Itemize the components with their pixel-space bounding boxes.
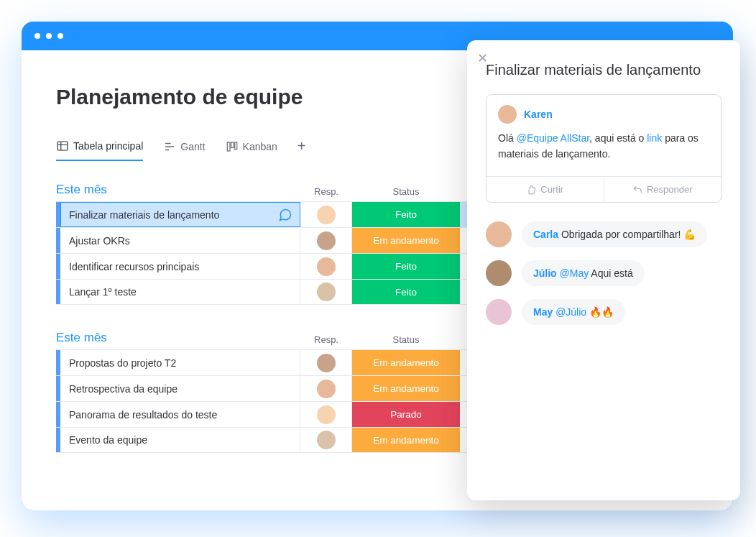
column-header-status[interactable]: Status bbox=[352, 334, 460, 345]
column-header-resp[interactable]: Resp. bbox=[300, 334, 352, 345]
add-view-button[interactable]: + bbox=[298, 138, 306, 162]
comment-text: , aqui está o bbox=[589, 132, 647, 144]
avatar bbox=[317, 257, 336, 276]
group-title[interactable]: Este mês bbox=[56, 183, 300, 197]
item-detail-panel: ✕ Finalizar materiais de lançamento Kare… bbox=[467, 40, 740, 500]
assignee-cell[interactable] bbox=[300, 280, 352, 304]
reply-text: Aqui está bbox=[589, 267, 633, 279]
tab-label: Tabela principal bbox=[73, 140, 143, 152]
reply-label: Responder bbox=[647, 184, 693, 195]
column-header-resp[interactable]: Resp. bbox=[300, 186, 352, 197]
status-cell[interactable]: Feito bbox=[352, 280, 460, 304]
task-name-cell[interactable]: Retrospectiva da equipe bbox=[60, 376, 300, 401]
link[interactable]: link bbox=[647, 132, 662, 144]
avatar bbox=[498, 105, 517, 124]
reply-bubble[interactable]: May @Júlio 🔥🔥 bbox=[522, 299, 625, 325]
comment-author: Karen bbox=[524, 109, 553, 120]
svg-rect-8 bbox=[234, 142, 236, 150]
reply-bubble[interactable]: Júlio @May Aqui está bbox=[522, 260, 645, 286]
status-cell[interactable]: Feito bbox=[352, 254, 460, 279]
assignee-cell[interactable] bbox=[300, 350, 352, 375]
comment-text: Olá bbox=[498, 132, 517, 144]
window-dot bbox=[34, 33, 40, 39]
assignee-cell[interactable] bbox=[300, 254, 352, 279]
avatar bbox=[317, 354, 336, 372]
task-name-cell[interactable]: Panorama de resultados do teste bbox=[60, 402, 300, 427]
svg-rect-6 bbox=[227, 142, 230, 151]
window-dot bbox=[46, 33, 52, 39]
panel-title: Finalizar materiais de lançamento bbox=[486, 62, 722, 78]
task-name-cell[interactable]: Ajustar OKRs bbox=[60, 228, 300, 253]
table-icon bbox=[56, 139, 69, 152]
window-dot bbox=[57, 33, 63, 39]
reply-button[interactable]: Responder bbox=[604, 177, 722, 202]
avatar bbox=[317, 231, 336, 250]
kanban-icon bbox=[226, 140, 239, 153]
task-name-cell[interactable]: Lançar 1º teste bbox=[60, 280, 300, 304]
group-title[interactable]: Este mês bbox=[56, 331, 300, 345]
reply-text: 🔥🔥 bbox=[586, 306, 614, 318]
avatar bbox=[486, 221, 512, 247]
tab-label: Kanban bbox=[243, 141, 277, 152]
close-icon[interactable]: ✕ bbox=[477, 50, 488, 66]
svg-rect-7 bbox=[231, 142, 234, 148]
reply-bubble[interactable]: Carla Obrigada por compartilhar! 💪 bbox=[522, 221, 707, 247]
task-name-cell[interactable]: Finalizar materiais de lançamento bbox=[60, 202, 300, 227]
column-header-status[interactable]: Status bbox=[352, 186, 460, 197]
avatar bbox=[317, 431, 336, 449]
avatar bbox=[317, 405, 336, 424]
status-cell[interactable]: Em andamento bbox=[352, 376, 460, 401]
tab-kanban[interactable]: Kanban bbox=[226, 140, 277, 160]
assignee-cell[interactable] bbox=[300, 376, 352, 401]
conversation-icon[interactable] bbox=[278, 208, 292, 222]
status-cell[interactable]: Em andamento bbox=[352, 428, 460, 452]
reply-item: Júlio @May Aqui está bbox=[486, 260, 722, 286]
reply-author: May bbox=[533, 306, 553, 318]
mention[interactable]: @Equipe AllStar bbox=[517, 132, 589, 144]
like-label: Curtir bbox=[540, 184, 563, 195]
assignee-cell[interactable] bbox=[300, 402, 352, 427]
assignee-cell[interactable] bbox=[300, 202, 352, 227]
task-name-cell[interactable]: Propostas do projeto T2 bbox=[60, 350, 300, 375]
task-name-cell[interactable]: Evento da equipe bbox=[60, 428, 300, 452]
like-button[interactable]: Curtir bbox=[487, 177, 604, 202]
gantt-icon bbox=[163, 140, 176, 153]
tab-gantt[interactable]: Gantt bbox=[163, 140, 205, 160]
reply-text: Obrigada por compartilhar! 💪 bbox=[558, 229, 696, 240]
comment-header: Karen bbox=[487, 95, 721, 127]
assignee-cell[interactable] bbox=[300, 428, 352, 452]
svg-rect-0 bbox=[57, 142, 68, 150]
status-cell[interactable]: Feito bbox=[352, 202, 460, 227]
mention[interactable]: @Júlio bbox=[556, 306, 586, 318]
reply-item: Carla Obrigada por compartilhar! 💪 bbox=[486, 221, 722, 247]
tab-label: Gantt bbox=[180, 141, 205, 152]
status-cell[interactable]: Em andamento bbox=[352, 350, 460, 375]
status-cell[interactable]: Parado bbox=[352, 402, 460, 427]
status-cell[interactable]: Em andamento bbox=[352, 228, 460, 253]
reply-icon bbox=[632, 185, 642, 195]
task-name-cell[interactable]: Identificar recursos principais bbox=[60, 254, 300, 279]
reply-item: May @Júlio 🔥🔥 bbox=[486, 299, 722, 325]
avatar bbox=[317, 380, 336, 398]
assignee-cell[interactable] bbox=[300, 228, 352, 253]
avatar bbox=[486, 299, 512, 325]
comment-card: Karen Olá @Equipe AllStar, aqui está o l… bbox=[486, 94, 722, 203]
avatar bbox=[317, 206, 336, 224]
avatar bbox=[486, 260, 512, 286]
comment-body: Olá @Equipe AllStar, aqui está o link pa… bbox=[487, 127, 721, 176]
reply-author: Júlio bbox=[533, 267, 557, 279]
thumbs-up-icon bbox=[526, 185, 536, 195]
mention[interactable]: @May bbox=[560, 267, 589, 279]
comment-actions: Curtir Responder bbox=[487, 176, 721, 202]
avatar bbox=[317, 283, 336, 301]
reply-author: Carla bbox=[533, 229, 558, 240]
browser-window: Planejamento de equipe Tabela principal … bbox=[22, 22, 733, 510]
tab-main-table[interactable]: Tabela principal bbox=[56, 139, 143, 161]
